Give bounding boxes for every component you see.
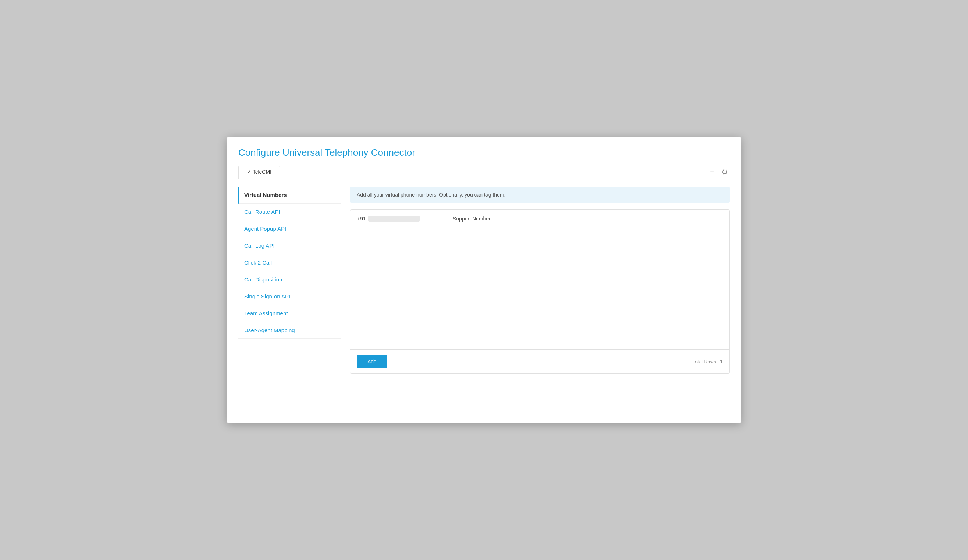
page-title: Configure Universal Telephony Connector: [238, 147, 730, 159]
sidebar-item-agent-popup-api[interactable]: Agent Popup API: [238, 220, 341, 237]
tag-cell: Support Number: [453, 216, 491, 221]
main-window: Configure Universal Telephony Connector …: [227, 137, 741, 423]
settings-button[interactable]: ⚙: [720, 168, 730, 177]
sidebar-item-call-log-api[interactable]: Call Log API: [238, 237, 341, 254]
table-footer: Add Total Rows : 1: [350, 349, 729, 373]
sidebar-item-label: Agent Popup API: [244, 226, 286, 232]
sidebar-item-single-sign-on-api[interactable]: Single Sign-on API: [238, 288, 341, 305]
phone-number-cell: +91: [357, 216, 438, 221]
info-banner-text: Add all your virtual phone numbers. Opti…: [357, 192, 506, 198]
virtual-numbers-table: +91 Support Number Add Total Rows : 1: [350, 210, 730, 374]
sidebar-item-user-agent-mapping[interactable]: User-Agent Mapping: [238, 322, 341, 339]
telecmi-tab[interactable]: ✓ TeleCMI: [238, 166, 280, 179]
sidebar-item-label: Team Assignment: [244, 310, 288, 316]
sidebar-item-team-assignment[interactable]: Team Assignment: [238, 305, 341, 322]
total-rows-label: Total Rows : 1: [693, 359, 723, 365]
add-tab-button[interactable]: +: [708, 168, 716, 177]
sidebar-item-label: Click 2 Call: [244, 259, 272, 266]
telecmi-tab-label: ✓ TeleCMI: [247, 169, 272, 175]
add-button[interactable]: Add: [357, 355, 387, 368]
main-panel: Add all your virtual phone numbers. Opti…: [341, 187, 730, 374]
sidebar-item-label: Call Disposition: [244, 276, 282, 282]
sidebar-item-label: Single Sign-on API: [244, 293, 290, 299]
tab-actions: + ⚙: [708, 168, 730, 178]
tab-bar: ✓ TeleCMI + ⚙: [238, 165, 730, 179]
sidebar-item-label: User-Agent Mapping: [244, 327, 295, 333]
sidebar-item-call-disposition[interactable]: Call Disposition: [238, 271, 341, 288]
sidebar-item-virtual-numbers[interactable]: Virtual Numbers: [238, 187, 341, 203]
sidebar-item-click-2-call[interactable]: Click 2 Call: [238, 254, 341, 271]
sidebar-item-label: Call Route API: [244, 209, 280, 215]
table-row: +91 Support Number: [350, 210, 729, 228]
phone-number-blurred: [368, 216, 419, 221]
sidebar: Virtual Numbers Call Route API Agent Pop…: [238, 187, 341, 374]
content-area: Virtual Numbers Call Route API Agent Pop…: [238, 187, 730, 374]
sidebar-item-call-route-api[interactable]: Call Route API: [238, 203, 341, 220]
sidebar-item-label: Call Log API: [244, 243, 275, 249]
sidebar-item-label: Virtual Numbers: [244, 192, 287, 198]
table-body: +91 Support Number: [350, 210, 729, 349]
tag-label: Support Number: [453, 216, 491, 221]
info-banner: Add all your virtual phone numbers. Opti…: [350, 187, 730, 203]
phone-prefix: +91: [357, 216, 366, 221]
